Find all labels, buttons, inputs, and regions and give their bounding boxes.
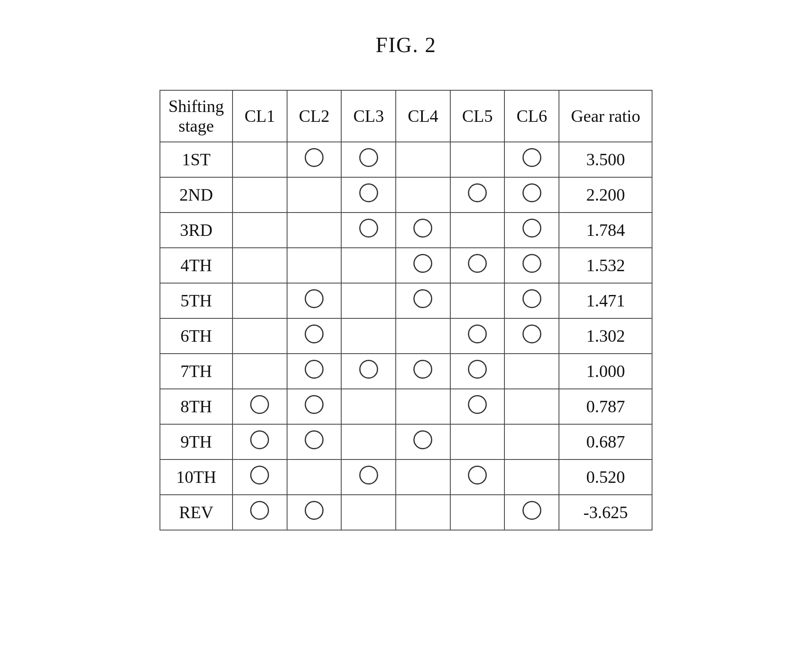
circle-mark	[250, 466, 269, 485]
gear-ratio-cell: 3.500	[559, 142, 652, 177]
cl1-cell	[233, 318, 287, 354]
circle-mark	[359, 466, 378, 485]
table-row: 9TH0.687	[160, 424, 652, 459]
cl2-cell	[287, 459, 342, 495]
cl3-cell	[341, 389, 396, 424]
stage-cell: 1ST	[160, 142, 233, 177]
cl2-cell	[287, 177, 342, 213]
cl2-cell	[287, 354, 342, 389]
cl1-cell	[233, 142, 287, 177]
cl1-cell	[233, 248, 287, 283]
circle-mark	[522, 219, 541, 238]
stage-cell: 7TH	[160, 354, 233, 389]
table-row: 1ST3.500	[160, 142, 652, 177]
circle-mark	[522, 148, 541, 167]
cl3-cell	[341, 177, 396, 213]
cl6-cell	[504, 248, 559, 283]
circle-mark	[468, 183, 487, 202]
cl3-cell	[341, 283, 396, 318]
cl1-cell	[233, 424, 287, 459]
circle-mark	[413, 360, 432, 379]
table-header-row: Shiftingstage CL1 CL2 CL3 CL4 CL5 CL6 Ge…	[160, 90, 652, 142]
circle-mark	[522, 501, 541, 520]
gear-ratio-cell: 1.784	[559, 213, 652, 248]
circle-mark	[359, 219, 378, 238]
cl5-cell	[450, 459, 505, 495]
gear-ratio-table: Shiftingstage CL1 CL2 CL3 CL4 CL5 CL6 Ge…	[160, 90, 652, 530]
gear-ratio-cell: 0.520	[559, 459, 652, 495]
cl2-cell	[287, 424, 342, 459]
circle-mark	[413, 219, 432, 238]
header-cl3: CL3	[341, 90, 396, 142]
cl2-cell	[287, 283, 342, 318]
circle-mark	[468, 254, 487, 273]
circle-mark	[522, 289, 541, 308]
cl1-cell	[233, 354, 287, 389]
circle-mark	[250, 395, 269, 414]
header-cl4: CL4	[396, 90, 450, 142]
stage-cell: 5TH	[160, 283, 233, 318]
cl3-cell	[341, 142, 396, 177]
table-row: 4TH1.532	[160, 248, 652, 283]
header-cl6: CL6	[504, 90, 559, 142]
stage-cell: 4TH	[160, 248, 233, 283]
gear-ratio-cell: 0.787	[559, 389, 652, 424]
gear-ratio-cell: -3.625	[559, 495, 652, 530]
circle-mark	[305, 395, 324, 414]
cl1-cell	[233, 459, 287, 495]
gear-ratio-cell: 0.687	[559, 424, 652, 459]
cl1-cell	[233, 177, 287, 213]
header-cl1: CL1	[233, 90, 287, 142]
circle-mark	[413, 430, 432, 449]
cl4-cell	[396, 389, 450, 424]
cl4-cell	[396, 213, 450, 248]
header-gear-ratio: Gear ratio	[559, 90, 652, 142]
circle-mark	[359, 148, 378, 167]
header-cl2: CL2	[287, 90, 342, 142]
table-row: 10TH0.520	[160, 459, 652, 495]
cl4-cell	[396, 424, 450, 459]
circle-mark	[468, 466, 487, 485]
cl5-cell	[450, 283, 505, 318]
table-row: 8TH0.787	[160, 389, 652, 424]
cl2-cell	[287, 248, 342, 283]
header-cl5: CL5	[450, 90, 505, 142]
cl3-cell	[341, 354, 396, 389]
cl1-cell	[233, 213, 287, 248]
cl4-cell	[396, 354, 450, 389]
circle-mark	[413, 254, 432, 273]
stage-cell: 3RD	[160, 213, 233, 248]
stage-cell: 9TH	[160, 424, 233, 459]
gear-ratio-cell: 1.471	[559, 283, 652, 318]
cl2-cell	[287, 142, 342, 177]
cl5-cell	[450, 318, 505, 354]
cl3-cell	[341, 213, 396, 248]
cl2-cell	[287, 389, 342, 424]
stage-cell: 10TH	[160, 459, 233, 495]
table-row: REV-3.625	[160, 495, 652, 530]
stage-cell: 8TH	[160, 389, 233, 424]
cl2-cell	[287, 213, 342, 248]
cl3-cell	[341, 318, 396, 354]
cl6-cell	[504, 495, 559, 530]
cl5-cell	[450, 248, 505, 283]
cl5-cell	[450, 177, 505, 213]
cl5-cell	[450, 389, 505, 424]
cl4-cell	[396, 283, 450, 318]
stage-cell: 6TH	[160, 318, 233, 354]
cl6-cell	[504, 283, 559, 318]
cl1-cell	[233, 495, 287, 530]
cl6-cell	[504, 459, 559, 495]
circle-mark	[250, 430, 269, 449]
cl2-cell	[287, 318, 342, 354]
circle-mark	[468, 395, 487, 414]
circle-mark	[413, 289, 432, 308]
cl1-cell	[233, 389, 287, 424]
cl4-cell	[396, 248, 450, 283]
cl4-cell	[396, 459, 450, 495]
cl5-cell	[450, 495, 505, 530]
table-row: 2ND2.200	[160, 177, 652, 213]
cl6-cell	[504, 142, 559, 177]
cl5-cell	[450, 354, 505, 389]
cl6-cell	[504, 318, 559, 354]
